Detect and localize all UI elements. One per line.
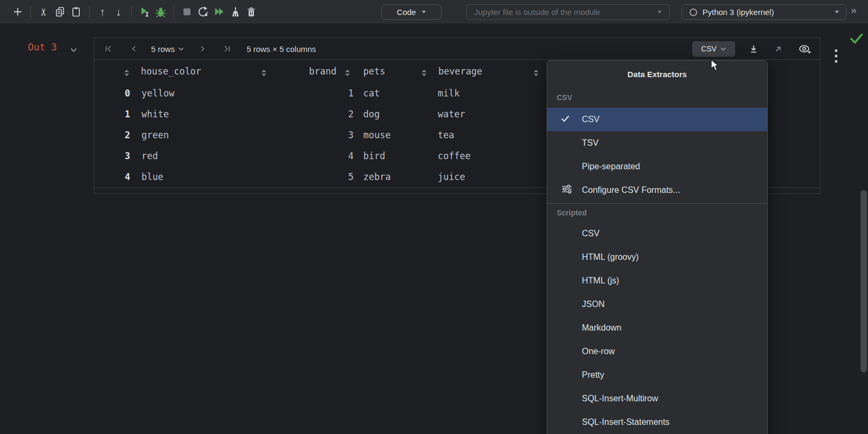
cell-success-icon — [850, 33, 863, 47]
last-page-icon — [223, 44, 231, 53]
sort-icon[interactable] — [422, 69, 426, 78]
menu-item-configure-csv-formats[interactable]: Configure CSV Formats... — [547, 178, 767, 202]
previous-page-button[interactable] — [130, 44, 138, 53]
eye-icon — [798, 44, 811, 54]
kernel-select[interactable]: Python 3 (ipykernel) — [682, 4, 847, 20]
kebab-dot — [835, 60, 837, 63]
stop-kernel-button[interactable] — [179, 4, 195, 20]
view-options-button[interactable] — [798, 44, 811, 54]
chevron-right-icon — [198, 44, 207, 53]
move-cell-up-button[interactable]: ↑ — [94, 4, 110, 20]
cell-house-color[interactable]: blue — [141, 167, 163, 188]
menu-item-pretty[interactable]: Pretty — [547, 363, 767, 387]
cell-pets[interactable]: zebra — [363, 167, 391, 188]
cell-brand[interactable]: 3 — [309, 125, 354, 146]
page-size-select[interactable]: 5 rows — [151, 44, 175, 54]
copy-button[interactable] — [52, 4, 68, 20]
menu-item-label: Pretty — [582, 370, 604, 380]
cell-beverage[interactable]: coffee — [438, 146, 470, 167]
table-toolbar: 5 rows 5 rows × 5 columns CSV — [94, 38, 820, 60]
cell-beverage[interactable]: juice — [438, 167, 465, 188]
module-warning-label: Jupyter file is outside of the module — [474, 8, 600, 17]
menu-item-html-js[interactable]: HTML (js) — [547, 269, 767, 293]
menu-item-html-groovy[interactable]: HTML (groovy) — [547, 245, 767, 269]
debug-cell-button[interactable] — [153, 4, 169, 20]
row-index: 4 — [94, 167, 130, 188]
restart-kernel-button[interactable] — [195, 4, 211, 20]
next-page-button[interactable] — [198, 44, 207, 53]
checkmark-icon — [561, 115, 570, 124]
open-in-editor-button[interactable] — [774, 45, 782, 53]
column-header-beverage[interactable]: beverage — [438, 60, 482, 83]
cell-house-color[interactable]: yellow — [141, 83, 174, 104]
toolbar-overflow-button[interactable]: » — [851, 4, 856, 16]
cell-pets[interactable]: mouse — [363, 125, 391, 146]
run-cell-button[interactable] — [137, 4, 153, 20]
menu-item-label: Markdown — [582, 323, 622, 333]
row-index: 0 — [94, 83, 130, 104]
kebab-dot — [835, 55, 837, 57]
clear-outputs-button[interactable] — [227, 4, 243, 20]
export-format-button[interactable]: CSV — [692, 41, 735, 57]
kernel-label: Python 3 (ipykernel) — [702, 8, 774, 17]
page-size-chevron[interactable] — [178, 47, 184, 51]
cell-pets[interactable]: dog — [363, 104, 380, 125]
sort-icon[interactable] — [124, 69, 129, 78]
clipboard-icon — [70, 6, 82, 18]
column-header-house-color[interactable]: house_color — [141, 60, 201, 83]
menu-item-one-row[interactable]: One-row — [547, 340, 767, 363]
export-format-label: CSV — [701, 44, 717, 53]
move-cell-down-button[interactable]: ↓ — [110, 4, 126, 20]
row-index: 3 — [94, 146, 130, 167]
cell-brand[interactable]: 1 — [309, 83, 354, 104]
cell-beverage[interactable]: milk — [438, 83, 460, 104]
column-header-pets[interactable]: pets — [363, 60, 385, 83]
row-index: 1 — [94, 104, 130, 125]
run-all-button[interactable] — [211, 4, 227, 20]
output-options-button[interactable] — [835, 49, 837, 63]
cell-pets[interactable]: cat — [363, 83, 380, 104]
menu-item-csv[interactable]: CSV — [547, 108, 767, 131]
cell-beverage[interactable]: water — [438, 104, 465, 125]
mouse-cursor — [710, 59, 720, 74]
first-page-button[interactable] — [104, 44, 113, 53]
cell-house-color[interactable]: green — [141, 125, 169, 146]
sort-icon[interactable] — [261, 69, 266, 78]
cell-type-select[interactable]: Code — [381, 4, 442, 20]
menu-item-markdown[interactable]: Markdown — [547, 316, 767, 340]
sort-icon[interactable] — [345, 69, 350, 78]
broom-icon — [229, 6, 241, 18]
cell-brand[interactable]: 4 — [309, 146, 354, 167]
column-header-brand[interactable]: brand — [296, 60, 336, 83]
cell-house-color[interactable]: white — [141, 104, 169, 125]
menu-item-json[interactable]: JSON — [547, 293, 767, 316]
cell-brand[interactable]: 2 — [309, 104, 354, 125]
toolbar-separator — [31, 6, 31, 18]
cell-brand[interactable]: 5 — [309, 167, 354, 188]
plus-icon — [12, 6, 24, 18]
menu-item-label: CSV — [582, 229, 600, 238]
cell-house-color[interactable]: red — [141, 146, 158, 167]
collapse-output-button[interactable] — [70, 45, 77, 55]
chevron-down-icon — [835, 11, 839, 13]
menu-item-pipe-separated[interactable]: Pipe-separated — [547, 155, 767, 178]
first-page-icon — [104, 44, 113, 53]
cell-beverage[interactable]: tea — [438, 125, 454, 146]
cut-button[interactable]: ✂ — [36, 4, 52, 20]
download-icon — [749, 44, 758, 54]
add-cell-button[interactable] — [10, 4, 26, 20]
chevron-down-icon — [422, 11, 426, 13]
menu-item-tsv[interactable]: TSV — [547, 131, 767, 155]
menu-item-sql-insert-statements[interactable]: SQL-Insert-Statements — [547, 410, 767, 434]
last-page-button[interactable] — [223, 44, 231, 53]
cell-pets[interactable]: bird — [363, 146, 385, 167]
paste-button[interactable] — [68, 4, 84, 20]
download-button[interactable] — [749, 44, 758, 54]
module-warning-select[interactable]: Jupyter file is outside of the module — [466, 4, 670, 20]
menu-item-label: SQL-Insert-Multirow — [582, 394, 658, 403]
sort-icon[interactable] — [534, 69, 538, 78]
vertical-scrollbar[interactable] — [860, 190, 867, 372]
menu-item-sql-insert-multirow[interactable]: SQL-Insert-Multirow — [547, 387, 767, 410]
menu-item-scripted-csv[interactable]: CSV — [547, 222, 767, 245]
delete-cell-button[interactable] — [243, 4, 259, 20]
